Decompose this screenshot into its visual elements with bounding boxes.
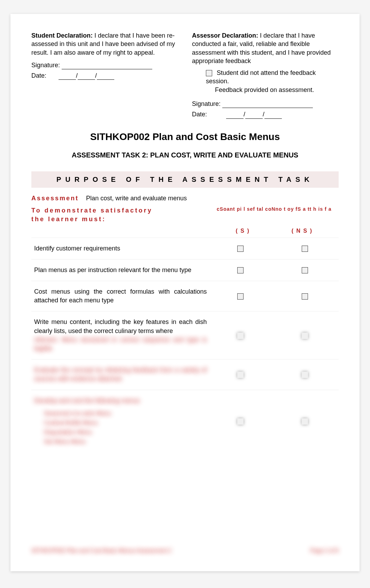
ns-checkbox[interactable] [302, 267, 308, 273]
table-row: Cost menus using the correct formulas wi… [31, 281, 339, 311]
criteria-blurred-with-list: Develop and cost the following menus Sea… [31, 390, 210, 452]
ns-checkbox[interactable] [302, 246, 308, 252]
s-checkbox-blurred[interactable] [237, 418, 244, 425]
assessor-date-y[interactable] [264, 113, 282, 119]
ns-checkbox-blurred[interactable] [302, 333, 308, 339]
student-signature-line[interactable] [62, 63, 152, 69]
list-item: Cyclical Buffet Menu [44, 418, 207, 427]
s-label: ( S ) [236, 228, 250, 234]
assess-mid: Plan cost [86, 195, 112, 202]
s-checkbox-blurred[interactable] [237, 333, 244, 339]
table-row: Write menu content, including the key fe… [31, 311, 339, 359]
table-row: Plan menus as per instruction relevant f… [31, 259, 339, 281]
criteria-text: Write menu content, including the key fe… [31, 311, 210, 359]
criteria-sublist: Seasonal à la carte Menu Cyclical Buffet… [44, 409, 207, 447]
student-date-d[interactable] [59, 74, 76, 80]
assessor-date-m[interactable] [245, 113, 263, 119]
assessor-signature-line[interactable] [222, 102, 313, 108]
table-row: Develop and cost the following menus Sea… [31, 390, 339, 452]
criteria-header: To demonstrate satisfactory the learner … [31, 206, 339, 234]
footer-left: SITHKOP002 Plan and Cost Basic Menus Ass… [31, 548, 171, 554]
assessor-date-label: Date: [192, 111, 207, 118]
purpose-heading: PURPOSE OF THE ASSESSMENT TASK [31, 171, 339, 188]
feedback-note2: Feedback provided on assessment. [215, 86, 314, 93]
unit-title: SITHKOP002 Plan and Cost Basic Menus [31, 131, 339, 142]
assessor-signature-label: Signature: [192, 100, 221, 107]
table-row: Identify customer requirements [31, 238, 339, 259]
assess-suffix: , write and evaluate menus [112, 195, 187, 202]
ns-checkbox[interactable] [302, 293, 308, 300]
criteria-intro-1: To demonstrate satisfactory [31, 206, 210, 215]
criteria-garble: cSoant pi l sef tal coNno t oy fS a tt h… [217, 206, 331, 212]
ns-label: ( N S ) [292, 228, 313, 234]
assessor-decl-label: Assessor Declaration: [192, 32, 258, 39]
assessor-date-d[interactable] [226, 113, 244, 119]
assessment-line: Assessment Plan cost, write and evaluate… [31, 195, 339, 202]
table-row: Evaluate the concept by obtaining feedba… [31, 359, 339, 390]
criteria-blurred: Evaluate the concept by obtaining feedba… [31, 359, 210, 390]
assessor-declaration: Assessor Declaration: I declare that I h… [192, 31, 339, 121]
criteria-text: Plan menus as per instruction relevant f… [31, 259, 210, 281]
footer-right: Page 2 of 8 [310, 548, 339, 554]
student-decl-label: Student Declaration: [31, 32, 93, 39]
criteria-intro-2: the learner must: [31, 215, 210, 224]
list-item: Seasonal à la carte Menu [44, 409, 207, 418]
s-checkbox[interactable] [237, 267, 244, 273]
feedback-note1: Student did not attend the feedback sess… [206, 69, 316, 85]
criteria-visible: Write menu content, including the key fe… [34, 318, 207, 334]
feedback-checkbox[interactable] [206, 70, 212, 76]
criteria-blurred-head: Develop and cost the following menus [34, 396, 207, 405]
criteria-text: Identify customer requirements [31, 238, 210, 259]
student-signature-label: Signature: [31, 62, 60, 69]
student-date-m[interactable] [78, 74, 95, 80]
s-checkbox-blurred[interactable] [237, 372, 244, 378]
list-item: Set Menu Menu [44, 437, 207, 446]
task-title: ASSESSMENT TASK 2: PLAN COST, WRITE AND … [31, 151, 339, 159]
criteria-table: Identify customer requirements Plan menu… [31, 238, 339, 453]
s-checkbox[interactable] [237, 246, 244, 252]
student-date-y[interactable] [97, 74, 114, 80]
list-item: Degustation Menu [44, 427, 207, 437]
assess-prefix: Assessment [31, 195, 79, 202]
criteria-text: Cost menus using the correct formulas wi… [31, 281, 210, 311]
ns-checkbox-blurred[interactable] [302, 418, 308, 425]
student-date-label: Date: [31, 72, 46, 79]
student-declaration: Student Declaration: I declare that I ha… [31, 31, 178, 121]
ns-checkbox-blurred[interactable] [302, 372, 308, 378]
page-footer: SITHKOP002 Plan and Cost Basic Menus Ass… [31, 548, 339, 554]
criteria-blurred-tail: relevant. Menu structured in correct seq… [34, 335, 207, 353]
s-checkbox[interactable] [237, 293, 244, 300]
